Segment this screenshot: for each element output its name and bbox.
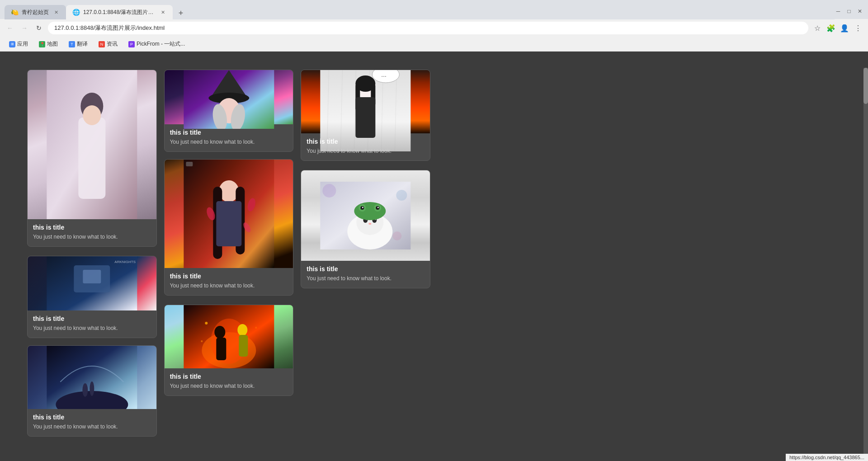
card-3-image (165, 70, 293, 124)
map-icon: 📍 (39, 41, 45, 47)
card-1-title: this is title (33, 224, 151, 231)
card-7-body: this is title You just need to know what… (28, 409, 156, 436)
card-1-body: this is title You just need to know what… (28, 219, 156, 246)
card-3-title: this is title (170, 129, 288, 136)
svg-point-62 (354, 202, 386, 220)
card-7-image (28, 346, 156, 409)
bookmark-map[interactable]: 📍 地图 (34, 39, 62, 49)
svg-point-10 (82, 383, 88, 397)
tab-close-2[interactable]: ✕ (159, 9, 166, 16)
card-2-desc: You just need to know what to look. (33, 324, 151, 332)
bookmark-translate-label: 翻译 (77, 40, 88, 48)
profile-icon[interactable]: 👤 (839, 23, 850, 33)
window-controls: ─ □ ✕ (835, 8, 863, 15)
page-content: this is title You just need to know what… (0, 52, 868, 461)
news-icon: N (99, 41, 105, 47)
masonry-grid: this is title You just need to know what… (27, 70, 841, 446)
svg-point-3 (83, 105, 101, 125)
new-tab-button[interactable]: + (175, 7, 187, 19)
card-8-body: this is title You just need to know what… (165, 268, 293, 295)
svg-point-11 (90, 381, 94, 396)
tabs-bar: 🍋 青柠起始页 ✕ 🌐 127.0.0.1:8848/瀑布流图片展示... ✕ … (5, 3, 835, 19)
card-7-title: this is title (33, 414, 151, 421)
tab-icon-1: 🍋 (11, 9, 18, 16)
svg-rect-22 (216, 201, 241, 246)
card-2-body: this is title You just need to know what… (28, 310, 156, 338)
bookmark-news-label: 资讯 (107, 40, 118, 48)
scrollbar-track[interactable] (863, 68, 868, 456)
svg-text:ARKNIGHTS: ARKNIGHTS (114, 260, 136, 264)
minimize-button[interactable]: ─ (835, 8, 842, 15)
refresh-button[interactable]: ↻ (33, 23, 44, 33)
svg-rect-6 (83, 270, 101, 283)
svg-rect-48 (356, 97, 376, 138)
tab-label-2: 127.0.0.1:8848/瀑布流图片展示... (83, 9, 156, 16)
tab-icon-2: 🌐 (72, 9, 80, 16)
card-6-title: this is title (307, 265, 425, 273)
card-6-image (301, 170, 430, 261)
scrollbar-thumb[interactable] (863, 68, 868, 104)
svg-point-34 (205, 322, 208, 325)
card-5[interactable]: ... this is title You just need to know … (301, 70, 430, 161)
card-6-body: this is title You just need to know what… (301, 261, 430, 288)
maximize-button[interactable]: □ (845, 8, 853, 15)
svg-point-36 (201, 340, 203, 342)
tab-qingning[interactable]: 🍋 青柠起始页 ✕ (5, 5, 66, 19)
card-7-desc: You just need to know what to look. (33, 423, 151, 431)
bookmark-map-label: 地图 (47, 40, 58, 48)
svg-point-52 (323, 184, 336, 198)
bookmark-translate[interactable]: T 翻译 (64, 39, 92, 49)
address-input[interactable] (48, 22, 808, 34)
card-4-desc: You just need to know what to look. (170, 382, 288, 390)
svg-rect-2 (78, 118, 105, 199)
card-8-image (165, 160, 293, 268)
card-4-image (165, 305, 293, 368)
bookmark-apps-label: 应用 (17, 40, 28, 48)
card-6[interactable]: this is title You just need to know what… (301, 170, 430, 288)
bookmarks-bar: ⊞ 应用 📍 地图 T 翻译 N 资讯 P PickFrom - 一站式... (0, 37, 868, 52)
card-3-desc: You just need to know what to look. (170, 138, 288, 146)
card-4-title: this is title (170, 373, 288, 380)
back-button[interactable]: ← (5, 23, 15, 33)
card-1[interactable]: this is title You just need to know what… (27, 70, 157, 247)
card-1-desc: You just need to know what to look. (33, 233, 151, 241)
tab-label-1: 青柠起始页 (22, 9, 49, 16)
bookmark-apps[interactable]: ⊞ 应用 (5, 39, 33, 49)
apps-icon: ⊞ (9, 41, 15, 47)
card-2-image: ARKNIGHTS (28, 256, 156, 310)
card-6-desc: You just need to know what to look. (307, 274, 425, 282)
svg-point-32 (237, 324, 247, 336)
svg-rect-26 (186, 162, 193, 166)
bookmark-pickfrom-label: PickFrom - 一站式... (137, 40, 185, 48)
card-8-desc: You just need to know what to look. (170, 282, 288, 290)
card-1-image (28, 70, 156, 219)
bookmark-news[interactable]: N 资讯 (94, 39, 122, 49)
menu-dots-icon[interactable]: ⋮ (853, 23, 863, 33)
card-8-title: this is title (170, 273, 288, 280)
card-8[interactable]: this is title You just need to know what… (164, 159, 294, 296)
close-button[interactable]: ✕ (856, 8, 863, 15)
address-bar-row: ← → ↻ ☆ 🧩 👤 ⋮ (0, 19, 868, 37)
browser-chrome: 🍋 青柠起始页 ✕ 🌐 127.0.0.1:8848/瀑布流图片展示... ✕ … (0, 0, 868, 52)
svg-point-68 (377, 207, 379, 208)
tab-waterfall[interactable]: 🌐 127.0.0.1:8848/瀑布流图片展示... ✕ (66, 5, 173, 19)
tab-close-1[interactable]: ✕ (52, 9, 60, 16)
svg-point-53 (396, 190, 407, 201)
svg-point-61 (369, 223, 372, 225)
pickfrom-icon: P (128, 41, 135, 47)
svg-rect-33 (239, 335, 248, 357)
svg-rect-31 (216, 338, 226, 360)
status-bar-url: https://blog.csdn.net/qq_443865... (786, 454, 868, 461)
bookmark-star-icon[interactable]: ☆ (812, 23, 823, 33)
card-4[interactable]: this is title You just need to know what… (164, 305, 294, 396)
svg-point-35 (255, 327, 257, 329)
bookmark-pickfrom[interactable]: P PickFrom - 一站式... (124, 39, 189, 49)
card-2[interactable]: ARKNIGHTS this is title You just need to… (27, 256, 157, 338)
svg-point-54 (393, 231, 402, 240)
forward-button[interactable]: → (19, 23, 30, 33)
extension-puzzle-icon[interactable]: 🧩 (826, 23, 836, 33)
card-4-body: this is title You just need to know what… (165, 368, 293, 395)
card-7[interactable]: this is title You just need to know what… (27, 345, 157, 437)
svg-text:...: ... (382, 71, 387, 78)
card-3[interactable]: this is title You just need to know what… (164, 70, 294, 152)
